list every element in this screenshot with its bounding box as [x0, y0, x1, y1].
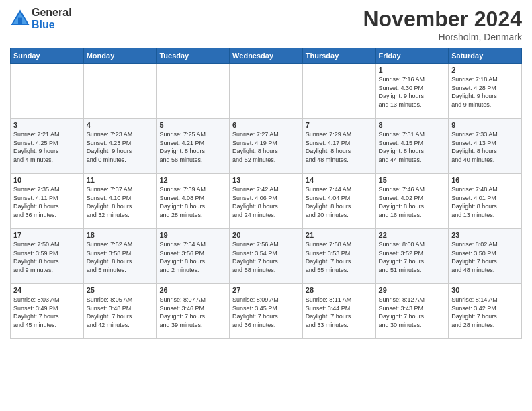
- day-info: Sunrise: 8:07 AM Sunset: 3:46 PM Dayligh…: [159, 295, 226, 329]
- day-number: 1: [379, 66, 446, 74]
- col-header-monday: Monday: [83, 48, 157, 64]
- week-row-3: 17Sunrise: 7:50 AM Sunset: 3:59 PM Dayli…: [11, 229, 522, 284]
- col-header-wednesday: Wednesday: [230, 48, 303, 64]
- day-cell: 8Sunrise: 7:31 AM Sunset: 4:15 PM Daylig…: [375, 119, 449, 174]
- day-cell: 20Sunrise: 7:56 AM Sunset: 3:54 PM Dayli…: [230, 229, 303, 284]
- logo-icon: [10, 9, 30, 29]
- day-info: Sunrise: 8:02 AM Sunset: 3:50 PM Dayligh…: [451, 240, 519, 274]
- day-cell: 21Sunrise: 7:58 AM Sunset: 3:53 PM Dayli…: [302, 229, 375, 284]
- week-row-2: 10Sunrise: 7:35 AM Sunset: 4:11 PM Dayli…: [11, 174, 522, 229]
- day-cell: 19Sunrise: 7:54 AM Sunset: 3:56 PM Dayli…: [157, 229, 230, 284]
- title-block: November 2024 Horsholm, Denmark: [363, 7, 522, 42]
- svg-rect-2: [18, 17, 22, 25]
- day-cell: 18Sunrise: 7:52 AM Sunset: 3:58 PM Dayli…: [83, 229, 157, 284]
- day-number: 13: [232, 176, 300, 184]
- month-title: November 2024: [363, 7, 522, 32]
- day-info: Sunrise: 7:50 AM Sunset: 3:59 PM Dayligh…: [13, 240, 81, 274]
- day-number: 19: [159, 231, 226, 239]
- day-cell: 24Sunrise: 8:03 AM Sunset: 3:49 PM Dayli…: [11, 284, 84, 339]
- day-info: Sunrise: 7:52 AM Sunset: 3:58 PM Dayligh…: [87, 240, 154, 274]
- day-info: Sunrise: 7:46 AM Sunset: 4:02 PM Dayligh…: [379, 185, 446, 219]
- day-number: 30: [451, 286, 519, 294]
- day-cell: 1Sunrise: 7:16 AM Sunset: 4:30 PM Daylig…: [375, 64, 449, 119]
- logo: General Blue: [10, 7, 72, 30]
- day-info: Sunrise: 8:11 AM Sunset: 3:44 PM Dayligh…: [306, 295, 373, 329]
- col-header-friday: Friday: [375, 48, 449, 64]
- day-cell: 5Sunrise: 7:25 AM Sunset: 4:21 PM Daylig…: [157, 119, 230, 174]
- calendar-table: SundayMondayTuesdayWednesdayThursdayFrid…: [10, 48, 522, 339]
- day-number: 24: [13, 286, 81, 294]
- day-info: Sunrise: 8:09 AM Sunset: 3:45 PM Dayligh…: [232, 295, 300, 329]
- day-number: 25: [87, 286, 154, 294]
- week-row-4: 24Sunrise: 8:03 AM Sunset: 3:49 PM Dayli…: [11, 284, 522, 339]
- day-number: 27: [232, 286, 300, 294]
- day-cell: 12Sunrise: 7:39 AM Sunset: 4:08 PM Dayli…: [157, 174, 230, 229]
- day-number: 18: [87, 231, 154, 239]
- page: General Blue November 2024 Horsholm, Den…: [0, 0, 532, 411]
- day-number: 3: [13, 121, 81, 129]
- day-cell: 25Sunrise: 8:05 AM Sunset: 3:48 PM Dayli…: [83, 284, 157, 339]
- day-cell: 15Sunrise: 7:46 AM Sunset: 4:02 PM Dayli…: [375, 174, 449, 229]
- calendar-header-row: SundayMondayTuesdayWednesdayThursdayFrid…: [11, 48, 522, 64]
- day-info: Sunrise: 7:37 AM Sunset: 4:10 PM Dayligh…: [87, 185, 154, 219]
- day-number: 11: [87, 176, 154, 184]
- day-cell: 27Sunrise: 8:09 AM Sunset: 3:45 PM Dayli…: [230, 284, 303, 339]
- day-cell: 9Sunrise: 7:33 AM Sunset: 4:13 PM Daylig…: [449, 119, 522, 174]
- day-info: Sunrise: 7:54 AM Sunset: 3:56 PM Dayligh…: [159, 240, 226, 274]
- day-number: 10: [13, 176, 81, 184]
- location: Horsholm, Denmark: [363, 32, 522, 42]
- day-number: 20: [232, 231, 300, 239]
- col-header-saturday: Saturday: [449, 48, 522, 64]
- day-info: Sunrise: 8:00 AM Sunset: 3:52 PM Dayligh…: [379, 240, 446, 274]
- day-info: Sunrise: 7:42 AM Sunset: 4:06 PM Dayligh…: [232, 185, 300, 219]
- header: General Blue November 2024 Horsholm, Den…: [10, 7, 522, 42]
- day-cell: 11Sunrise: 7:37 AM Sunset: 4:10 PM Dayli…: [83, 174, 157, 229]
- day-number: 12: [159, 176, 226, 184]
- day-number: 17: [13, 231, 81, 239]
- day-info: Sunrise: 7:23 AM Sunset: 4:23 PM Dayligh…: [87, 130, 154, 164]
- day-cell: [157, 64, 230, 119]
- day-info: Sunrise: 8:05 AM Sunset: 3:48 PM Dayligh…: [87, 295, 154, 329]
- week-row-0: 1Sunrise: 7:16 AM Sunset: 4:30 PM Daylig…: [11, 64, 522, 119]
- day-cell: 17Sunrise: 7:50 AM Sunset: 3:59 PM Dayli…: [11, 229, 84, 284]
- day-info: Sunrise: 7:25 AM Sunset: 4:21 PM Dayligh…: [159, 130, 226, 164]
- day-number: 9: [451, 121, 519, 129]
- day-cell: [230, 64, 303, 119]
- day-cell: 2Sunrise: 7:18 AM Sunset: 4:28 PM Daylig…: [449, 64, 522, 119]
- day-number: 21: [306, 231, 373, 239]
- day-info: Sunrise: 7:21 AM Sunset: 4:25 PM Dayligh…: [13, 130, 81, 164]
- week-row-1: 3Sunrise: 7:21 AM Sunset: 4:25 PM Daylig…: [11, 119, 522, 174]
- day-info: Sunrise: 7:35 AM Sunset: 4:11 PM Dayligh…: [13, 185, 81, 219]
- col-header-thursday: Thursday: [302, 48, 375, 64]
- day-cell: [302, 64, 375, 119]
- day-number: 4: [87, 121, 154, 129]
- day-info: Sunrise: 7:48 AM Sunset: 4:01 PM Dayligh…: [451, 185, 519, 219]
- day-info: Sunrise: 7:29 AM Sunset: 4:17 PM Dayligh…: [306, 130, 373, 164]
- day-info: Sunrise: 8:12 AM Sunset: 3:43 PM Dayligh…: [379, 295, 446, 329]
- day-number: 5: [159, 121, 226, 129]
- day-cell: 3Sunrise: 7:21 AM Sunset: 4:25 PM Daylig…: [11, 119, 84, 174]
- day-number: 15: [379, 176, 446, 184]
- day-cell: 6Sunrise: 7:27 AM Sunset: 4:19 PM Daylig…: [230, 119, 303, 174]
- day-cell: 4Sunrise: 7:23 AM Sunset: 4:23 PM Daylig…: [83, 119, 157, 174]
- day-info: Sunrise: 7:44 AM Sunset: 4:04 PM Dayligh…: [306, 185, 373, 219]
- logo-blue: Blue: [32, 19, 72, 31]
- col-header-sunday: Sunday: [11, 48, 84, 64]
- day-number: 29: [379, 286, 446, 294]
- day-number: 23: [451, 231, 519, 239]
- day-number: 26: [159, 286, 226, 294]
- day-cell: [83, 64, 157, 119]
- day-cell: 7Sunrise: 7:29 AM Sunset: 4:17 PM Daylig…: [302, 119, 375, 174]
- day-number: 2: [451, 66, 519, 74]
- day-cell: 16Sunrise: 7:48 AM Sunset: 4:01 PM Dayli…: [449, 174, 522, 229]
- day-info: Sunrise: 7:18 AM Sunset: 4:28 PM Dayligh…: [451, 75, 519, 109]
- day-cell: 26Sunrise: 8:07 AM Sunset: 3:46 PM Dayli…: [157, 284, 230, 339]
- day-cell: 23Sunrise: 8:02 AM Sunset: 3:50 PM Dayli…: [449, 229, 522, 284]
- day-cell: 14Sunrise: 7:44 AM Sunset: 4:04 PM Dayli…: [302, 174, 375, 229]
- day-cell: 13Sunrise: 7:42 AM Sunset: 4:06 PM Dayli…: [230, 174, 303, 229]
- day-number: 28: [306, 286, 373, 294]
- day-info: Sunrise: 8:03 AM Sunset: 3:49 PM Dayligh…: [13, 295, 81, 329]
- day-info: Sunrise: 7:16 AM Sunset: 4:30 PM Dayligh…: [379, 75, 446, 109]
- day-number: 14: [306, 176, 373, 184]
- day-number: 16: [451, 176, 519, 184]
